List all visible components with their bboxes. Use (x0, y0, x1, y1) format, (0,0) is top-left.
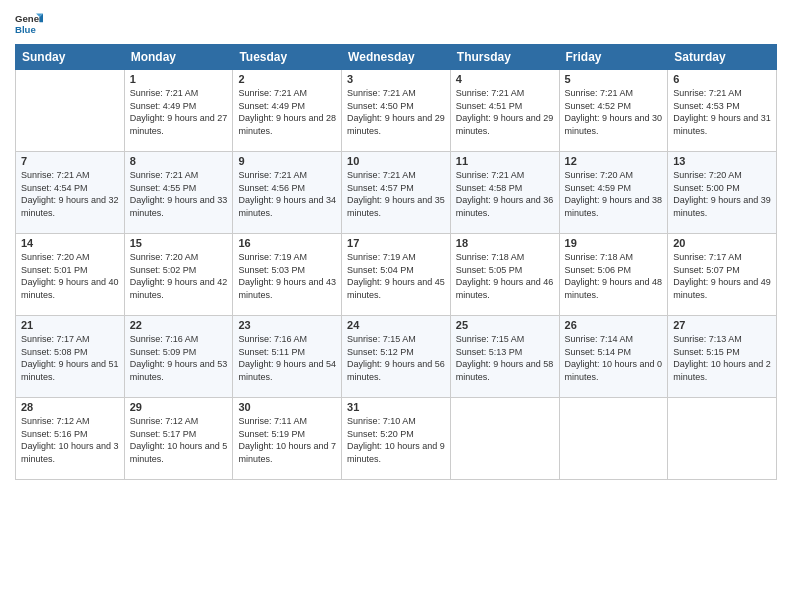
day-info: Sunrise: 7:16 AMSunset: 5:11 PMDaylight:… (238, 333, 336, 383)
day-number: 29 (130, 401, 228, 413)
weekday-header-monday: Monday (124, 45, 233, 70)
day-info: Sunrise: 7:19 AMSunset: 5:04 PMDaylight:… (347, 251, 445, 301)
day-number: 21 (21, 319, 119, 331)
day-info: Sunrise: 7:12 AMSunset: 5:16 PMDaylight:… (21, 415, 119, 465)
calendar-cell: 3Sunrise: 7:21 AMSunset: 4:50 PMDaylight… (342, 70, 451, 152)
day-info: Sunrise: 7:15 AMSunset: 5:13 PMDaylight:… (456, 333, 554, 383)
day-info: Sunrise: 7:16 AMSunset: 5:09 PMDaylight:… (130, 333, 228, 383)
day-number: 16 (238, 237, 336, 249)
day-info: Sunrise: 7:17 AMSunset: 5:08 PMDaylight:… (21, 333, 119, 383)
calendar-table: SundayMondayTuesdayWednesdayThursdayFrid… (15, 44, 777, 480)
day-number: 7 (21, 155, 119, 167)
day-number: 2 (238, 73, 336, 85)
day-info: Sunrise: 7:21 AMSunset: 4:49 PMDaylight:… (238, 87, 336, 137)
day-info: Sunrise: 7:14 AMSunset: 5:14 PMDaylight:… (565, 333, 663, 383)
calendar-cell: 4Sunrise: 7:21 AMSunset: 4:51 PMDaylight… (450, 70, 559, 152)
svg-text:Blue: Blue (15, 24, 36, 35)
day-info: Sunrise: 7:21 AMSunset: 4:58 PMDaylight:… (456, 169, 554, 219)
calendar-cell: 21Sunrise: 7:17 AMSunset: 5:08 PMDayligh… (16, 316, 125, 398)
day-info: Sunrise: 7:10 AMSunset: 5:20 PMDaylight:… (347, 415, 445, 465)
day-info: Sunrise: 7:18 AMSunset: 5:05 PMDaylight:… (456, 251, 554, 301)
day-number: 8 (130, 155, 228, 167)
week-row-2: 7Sunrise: 7:21 AMSunset: 4:54 PMDaylight… (16, 152, 777, 234)
day-number: 19 (565, 237, 663, 249)
day-number: 5 (565, 73, 663, 85)
day-info: Sunrise: 7:21 AMSunset: 4:56 PMDaylight:… (238, 169, 336, 219)
day-number: 22 (130, 319, 228, 331)
weekday-header-sunday: Sunday (16, 45, 125, 70)
header: General Blue (15, 10, 777, 38)
day-info: Sunrise: 7:20 AMSunset: 5:00 PMDaylight:… (673, 169, 771, 219)
day-number: 15 (130, 237, 228, 249)
calendar-cell: 19Sunrise: 7:18 AMSunset: 5:06 PMDayligh… (559, 234, 668, 316)
day-info: Sunrise: 7:21 AMSunset: 4:54 PMDaylight:… (21, 169, 119, 219)
calendar-page: General Blue SundayMondayTuesdayWednesda… (0, 0, 792, 612)
day-info: Sunrise: 7:20 AMSunset: 5:02 PMDaylight:… (130, 251, 228, 301)
calendar-cell: 25Sunrise: 7:15 AMSunset: 5:13 PMDayligh… (450, 316, 559, 398)
day-number: 25 (456, 319, 554, 331)
calendar-cell: 5Sunrise: 7:21 AMSunset: 4:52 PMDaylight… (559, 70, 668, 152)
day-info: Sunrise: 7:20 AMSunset: 5:01 PMDaylight:… (21, 251, 119, 301)
day-info: Sunrise: 7:15 AMSunset: 5:12 PMDaylight:… (347, 333, 445, 383)
calendar-cell: 12Sunrise: 7:20 AMSunset: 4:59 PMDayligh… (559, 152, 668, 234)
calendar-cell: 9Sunrise: 7:21 AMSunset: 4:56 PMDaylight… (233, 152, 342, 234)
week-row-4: 21Sunrise: 7:17 AMSunset: 5:08 PMDayligh… (16, 316, 777, 398)
weekday-header-friday: Friday (559, 45, 668, 70)
day-number: 20 (673, 237, 771, 249)
day-number: 23 (238, 319, 336, 331)
calendar-cell: 17Sunrise: 7:19 AMSunset: 5:04 PMDayligh… (342, 234, 451, 316)
calendar-cell: 26Sunrise: 7:14 AMSunset: 5:14 PMDayligh… (559, 316, 668, 398)
calendar-cell (559, 398, 668, 480)
day-number: 17 (347, 237, 445, 249)
calendar-cell: 2Sunrise: 7:21 AMSunset: 4:49 PMDaylight… (233, 70, 342, 152)
calendar-cell: 15Sunrise: 7:20 AMSunset: 5:02 PMDayligh… (124, 234, 233, 316)
calendar-cell: 31Sunrise: 7:10 AMSunset: 5:20 PMDayligh… (342, 398, 451, 480)
day-number: 18 (456, 237, 554, 249)
day-number: 3 (347, 73, 445, 85)
day-number: 6 (673, 73, 771, 85)
calendar-cell: 29Sunrise: 7:12 AMSunset: 5:17 PMDayligh… (124, 398, 233, 480)
day-info: Sunrise: 7:21 AMSunset: 4:51 PMDaylight:… (456, 87, 554, 137)
day-number: 10 (347, 155, 445, 167)
day-info: Sunrise: 7:12 AMSunset: 5:17 PMDaylight:… (130, 415, 228, 465)
calendar-cell: 7Sunrise: 7:21 AMSunset: 4:54 PMDaylight… (16, 152, 125, 234)
calendar-cell: 18Sunrise: 7:18 AMSunset: 5:05 PMDayligh… (450, 234, 559, 316)
day-number: 11 (456, 155, 554, 167)
weekday-header-tuesday: Tuesday (233, 45, 342, 70)
calendar-cell: 16Sunrise: 7:19 AMSunset: 5:03 PMDayligh… (233, 234, 342, 316)
calendar-cell: 28Sunrise: 7:12 AMSunset: 5:16 PMDayligh… (16, 398, 125, 480)
calendar-cell: 30Sunrise: 7:11 AMSunset: 5:19 PMDayligh… (233, 398, 342, 480)
calendar-cell: 11Sunrise: 7:21 AMSunset: 4:58 PMDayligh… (450, 152, 559, 234)
calendar-cell (450, 398, 559, 480)
calendar-cell: 1Sunrise: 7:21 AMSunset: 4:49 PMDaylight… (124, 70, 233, 152)
day-info: Sunrise: 7:20 AMSunset: 4:59 PMDaylight:… (565, 169, 663, 219)
day-number: 28 (21, 401, 119, 413)
day-info: Sunrise: 7:17 AMSunset: 5:07 PMDaylight:… (673, 251, 771, 301)
calendar-cell: 23Sunrise: 7:16 AMSunset: 5:11 PMDayligh… (233, 316, 342, 398)
day-number: 24 (347, 319, 445, 331)
day-info: Sunrise: 7:18 AMSunset: 5:06 PMDaylight:… (565, 251, 663, 301)
week-row-5: 28Sunrise: 7:12 AMSunset: 5:16 PMDayligh… (16, 398, 777, 480)
day-number: 30 (238, 401, 336, 413)
day-info: Sunrise: 7:19 AMSunset: 5:03 PMDaylight:… (238, 251, 336, 301)
calendar-cell (668, 398, 777, 480)
day-info: Sunrise: 7:13 AMSunset: 5:15 PMDaylight:… (673, 333, 771, 383)
weekday-header-saturday: Saturday (668, 45, 777, 70)
calendar-cell: 14Sunrise: 7:20 AMSunset: 5:01 PMDayligh… (16, 234, 125, 316)
day-number: 1 (130, 73, 228, 85)
day-info: Sunrise: 7:21 AMSunset: 4:57 PMDaylight:… (347, 169, 445, 219)
day-number: 31 (347, 401, 445, 413)
weekday-header-thursday: Thursday (450, 45, 559, 70)
day-info: Sunrise: 7:21 AMSunset: 4:49 PMDaylight:… (130, 87, 228, 137)
week-row-3: 14Sunrise: 7:20 AMSunset: 5:01 PMDayligh… (16, 234, 777, 316)
day-number: 14 (21, 237, 119, 249)
day-info: Sunrise: 7:21 AMSunset: 4:50 PMDaylight:… (347, 87, 445, 137)
day-info: Sunrise: 7:21 AMSunset: 4:52 PMDaylight:… (565, 87, 663, 137)
calendar-cell: 27Sunrise: 7:13 AMSunset: 5:15 PMDayligh… (668, 316, 777, 398)
week-row-1: 1Sunrise: 7:21 AMSunset: 4:49 PMDaylight… (16, 70, 777, 152)
calendar-cell: 8Sunrise: 7:21 AMSunset: 4:55 PMDaylight… (124, 152, 233, 234)
day-info: Sunrise: 7:21 AMSunset: 4:53 PMDaylight:… (673, 87, 771, 137)
weekday-header-wednesday: Wednesday (342, 45, 451, 70)
day-info: Sunrise: 7:21 AMSunset: 4:55 PMDaylight:… (130, 169, 228, 219)
day-number: 12 (565, 155, 663, 167)
